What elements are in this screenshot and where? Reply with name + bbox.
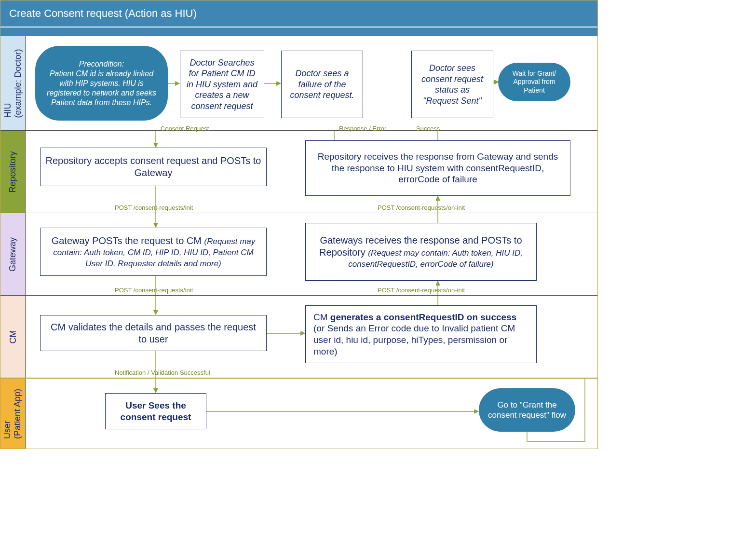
node-text: User Sees the consent request [110, 400, 201, 423]
cm-validate-node: CM validates the details and passes the … [40, 315, 267, 351]
hiu-wait-node: Wait for Grant/ Approval from Patient [498, 63, 570, 101]
edge-success: Success [416, 125, 440, 132]
lane-label-hiu: HIU (example: Doctor) [0, 36, 26, 130]
diagram-title: Create Consent request (Action as HIU) [0, 0, 597, 27]
edge-resp-err: Response / Error [339, 125, 386, 132]
node-text: CM generates a consentRequestID on succe… [313, 312, 528, 357]
lane-hiu: HIU (example: Doctor) Precondition: Pati… [0, 36, 597, 131]
edge-consent-req: Consent Request [161, 125, 209, 132]
repo-recv-node: Repository receives the response from Ga… [305, 140, 570, 196]
repo-post-node: Repository accepts consent request and P… [40, 148, 267, 186]
node-text: Go to "Grant the consent request" flow [486, 400, 569, 421]
lane-label-user: User (Patient App) [0, 379, 26, 449]
edge-post-init-2: POST /consent-requests/init [115, 287, 193, 294]
lane-cm: CM CM validates the details and passes t… [0, 296, 597, 378]
node-text: Gateways receives the response and POSTs… [311, 234, 531, 270]
node-text: Wait for Grant/ Approval from Patient [505, 69, 564, 95]
hiu-fail-node: Doctor sees a failure of the consent req… [281, 51, 363, 118]
hiu-sent-node: Doctor sees consent request status as "R… [411, 51, 493, 118]
hiu-search-node: Doctor Searches for Patient CM ID in HIU… [180, 51, 264, 118]
edge-post-init-1: POST /consent-requests/init [115, 204, 193, 211]
node-text: Repository receives the response from Ga… [311, 151, 565, 185]
lane-label-text: User (Patient App) [3, 388, 23, 438]
lane-label-repo: Repository [0, 131, 26, 213]
lane-label-text: HIU (example: Doctor) [3, 49, 23, 118]
node-text: CM validates the details and passes the … [45, 321, 261, 345]
swimlane-diagram: Create Consent request (Action as HIU) H… [0, 0, 598, 449]
lane-gw: Gateway Gateway POSTs the request to CM … [0, 213, 597, 296]
lane-user: User (Patient App) User Sees the consent… [0, 378, 597, 449]
lane-label-gw: Gateway [0, 213, 26, 295]
lane-label-text: Gateway [8, 237, 18, 271]
edge-post-oninit-2: POST /consent-requests/on-init [378, 204, 465, 211]
node-text: Doctor sees a failure of the consent req… [286, 68, 358, 101]
node-text: Doctor Searches for Patient CM ID in HIU… [185, 57, 259, 112]
accent-bar [0, 27, 597, 36]
cm-gen-node: CM generates a consentRequestID on succe… [305, 305, 537, 363]
lane-label-cm: CM [0, 296, 26, 378]
precondition-node: Precondition: Patient CM id is already l… [35, 46, 168, 121]
gw-post-node: Gateway POSTs the request to CM (Request… [40, 228, 267, 276]
precondition-text: Precondition: Patient CM id is already l… [42, 59, 161, 108]
node-text: Repository accepts consent request and P… [45, 155, 261, 179]
node-text: Gateway POSTs the request to CM (Request… [45, 235, 261, 269]
lane-repo: Repository Repository accepts consent re… [0, 131, 597, 213]
gw-recv-node: Gateways receives the response and POSTs… [305, 223, 537, 281]
edge-notif: Notification / Validation Successful [115, 369, 210, 376]
lane-label-text: Repository [8, 151, 18, 192]
node-text: Doctor sees consent request status as "R… [417, 63, 488, 106]
lane-label-text: CM [8, 330, 18, 343]
user-sees-node: User Sees the consent request [105, 393, 206, 429]
edge-post-oninit-1: POST /consent-requests/on-init [378, 287, 465, 294]
user-goto-node: Go to "Grant the consent request" flow [479, 388, 575, 432]
